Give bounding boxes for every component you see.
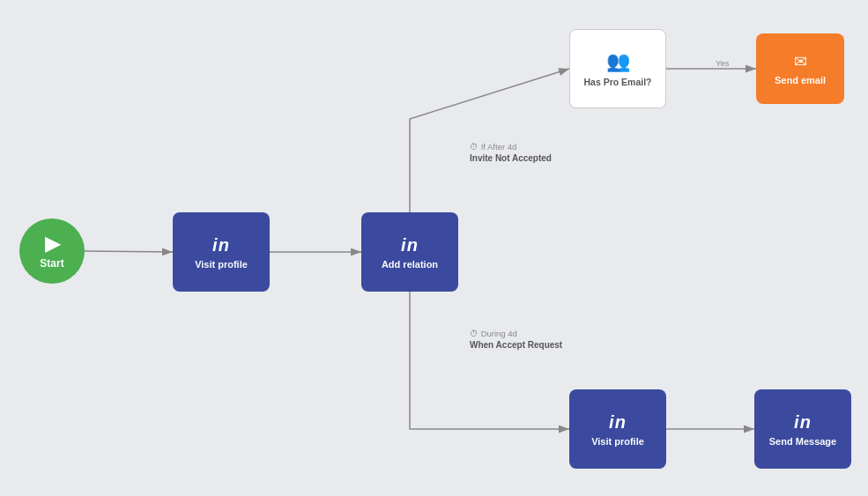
start-node[interactable]: ▶ Start [19, 218, 85, 284]
email-icon: ✉ [794, 52, 807, 71]
has-pro-email-label: Has Pro Email? [583, 77, 651, 87]
linkedin-in-icon-1: in [212, 235, 230, 255]
add-relation-label: Add relation [382, 259, 438, 270]
play-icon: ▶ [45, 233, 60, 255]
visit-profile-1-node[interactable]: in Visit profile [173, 212, 270, 292]
add-relation-node[interactable]: in Add relation [361, 212, 458, 292]
condition2-time: ⏱ During 4d [470, 328, 562, 339]
linkedin-in-icon-4: in [794, 412, 812, 433]
start-label: Start [40, 257, 63, 270]
svg-line-1 [85, 251, 173, 252]
send-message-label: Send Message [769, 436, 836, 447]
condition1-time: ⏱ If After 4d [470, 141, 552, 152]
send-message-node[interactable]: in Send Message [754, 389, 851, 469]
yes-label: Yes [716, 57, 730, 69]
linkedin-in-icon-2: in [401, 235, 419, 255]
people-icon: 👥 [606, 50, 630, 73]
canvas: ▶ Start in Visit profile in Add relation… [0, 0, 868, 496]
visit-profile-1-label: Visit profile [195, 259, 248, 270]
has-pro-email-node[interactable]: 👥 Has Pro Email? [569, 29, 666, 108]
condition2-text: When Accept Request [470, 339, 562, 352]
visit-profile-2-node[interactable]: in Visit profile [569, 389, 666, 469]
linkedin-in-icon-3: in [609, 412, 627, 433]
send-email-node[interactable]: ✉ Send email [756, 33, 844, 104]
visit-profile-2-label: Visit profile [591, 436, 644, 447]
send-email-label: Send email [775, 75, 826, 85]
condition2-label: ⏱ During 4d When Accept Request [470, 328, 562, 352]
condition1-text: Invite Not Accepted [470, 152, 552, 165]
condition1-label: ⏱ If After 4d Invite Not Accepted [470, 141, 552, 165]
